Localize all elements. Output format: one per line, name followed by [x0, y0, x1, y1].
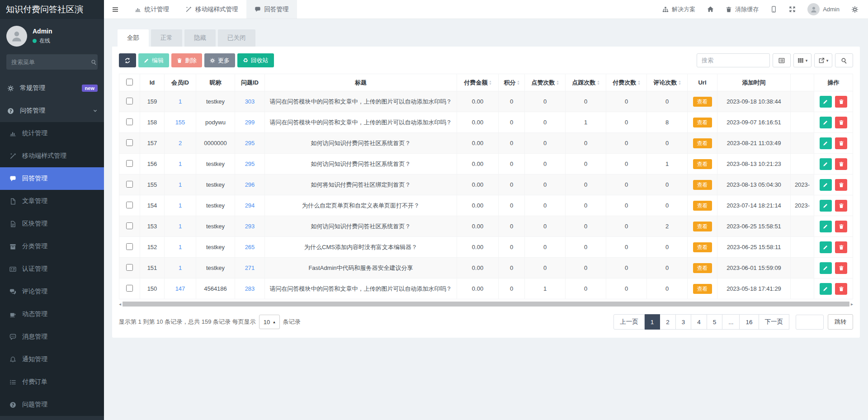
- row-checkbox[interactable]: [126, 98, 133, 104]
- member-id-link[interactable]: 155: [165, 112, 196, 133]
- sidebar-subitem[interactable]: 付费订单: [0, 371, 104, 393]
- page-button[interactable]: 5: [707, 314, 723, 330]
- sort-carets[interactable]: ▴▾: [679, 80, 680, 85]
- view-url-button[interactable]: 查看: [693, 138, 712, 148]
- column-header[interactable]: 付费金额▴▾: [457, 74, 499, 91]
- more-button[interactable]: 更多: [204, 53, 235, 67]
- topbar-tab[interactable]: 移动端样式管理: [177, 0, 246, 19]
- search-icon[interactable]: [91, 59, 97, 65]
- member-id-link[interactable]: 1: [165, 216, 196, 237]
- row-edit-button[interactable]: [820, 221, 832, 232]
- column-header[interactable]: 昵称▴▾: [196, 74, 235, 91]
- column-header[interactable]: Url▴▾: [688, 74, 717, 91]
- row-edit-button[interactable]: [820, 158, 832, 170]
- column-header[interactable]: 点赞次数▴▾: [525, 74, 566, 91]
- column-header[interactable]: 添加时间▴▾: [717, 74, 791, 91]
- question-id-link[interactable]: 303: [235, 91, 265, 112]
- export-button[interactable]: ▾: [814, 53, 832, 67]
- row-edit-button[interactable]: [820, 117, 832, 128]
- row-checkbox[interactable]: [126, 139, 133, 146]
- member-id-link[interactable]: 147: [165, 278, 196, 299]
- member-id-link[interactable]: 1: [165, 258, 196, 278]
- sidebar-subitem[interactable]: 分类管理: [0, 235, 104, 258]
- sort-carets[interactable]: ▴▾: [517, 80, 519, 85]
- sidebar-subitem[interactable]: 统计管理: [0, 122, 104, 145]
- question-id-link[interactable]: 283: [235, 278, 265, 299]
- sort-carets[interactable]: ▴▾: [489, 80, 491, 85]
- sidebar-subitem[interactable]: 认证管理: [0, 258, 104, 280]
- jump-button[interactable]: 跳转: [828, 314, 853, 330]
- row-checkbox[interactable]: [126, 160, 133, 167]
- row-delete-button[interactable]: [835, 117, 847, 128]
- question-id-link[interactable]: 295: [235, 133, 265, 154]
- page-button[interactable]: 上一页: [613, 314, 645, 330]
- row-delete-button[interactable]: [835, 200, 847, 212]
- column-header[interactable]: 积分▴▾: [499, 74, 525, 91]
- column-header[interactable]: 付费次数▴▾: [606, 74, 647, 91]
- question-id-link[interactable]: 294: [235, 195, 265, 216]
- member-id-link[interactable]: 2: [165, 133, 196, 154]
- clear-cache-button[interactable]: 清除缓存: [720, 0, 764, 19]
- row-checkbox[interactable]: [126, 118, 133, 125]
- sort-carets[interactable]: ▴▾: [597, 80, 599, 85]
- row-edit-button[interactable]: [820, 283, 832, 295]
- fullscreen-button[interactable]: [783, 0, 802, 19]
- view-url-button[interactable]: 查看: [693, 263, 712, 273]
- row-checkbox[interactable]: [126, 243, 133, 250]
- member-id-link[interactable]: 1: [165, 91, 196, 112]
- row-checkbox[interactable]: [126, 285, 133, 292]
- topbar-tab[interactable]: 统计管理: [127, 0, 177, 19]
- sidebar-subitem[interactable]: 动态管理: [0, 303, 104, 326]
- scrollbar-thumb[interactable]: [123, 302, 849, 307]
- view-url-button[interactable]: 查看: [693, 159, 712, 169]
- row-checkbox[interactable]: [126, 222, 133, 229]
- page-button[interactable]: 1: [645, 314, 660, 330]
- delete-button[interactable]: 删除: [171, 53, 202, 67]
- row-edit-button[interactable]: [820, 200, 832, 212]
- table-search-input[interactable]: [697, 53, 770, 67]
- mobile-preview-button[interactable]: [764, 0, 783, 19]
- horizontal-scrollbar[interactable]: ◂ ▸: [119, 301, 853, 307]
- topbar-tab[interactable]: 回答管理: [246, 0, 297, 19]
- row-edit-button[interactable]: [820, 137, 832, 149]
- row-edit-button[interactable]: [820, 179, 832, 191]
- row-edit-button[interactable]: [820, 241, 832, 253]
- sidebar-subitem[interactable]: 通知管理: [0, 348, 104, 371]
- question-id-link[interactable]: 296: [235, 175, 265, 195]
- solution-link[interactable]: 解决方案: [656, 0, 701, 19]
- view-url-button[interactable]: 查看: [693, 242, 712, 252]
- scroll-right-arrow-icon[interactable]: ▸: [851, 302, 853, 307]
- row-delete-button[interactable]: [835, 262, 847, 274]
- view-url-button[interactable]: 查看: [693, 222, 712, 231]
- column-header[interactable]: 点踩次数▴▾: [566, 74, 606, 91]
- question-id-link[interactable]: 265: [235, 237, 265, 258]
- column-header[interactable]: 问题ID▴▾: [235, 74, 265, 91]
- member-id-link[interactable]: 1: [165, 237, 196, 258]
- refresh-button[interactable]: [119, 53, 136, 67]
- page-button[interactable]: 16: [740, 314, 759, 330]
- sidebar-subitem[interactable]: 移动端样式管理: [0, 145, 104, 167]
- page-button[interactable]: 3: [676, 314, 692, 330]
- sidebar-subitem[interactable]: 评论管理: [0, 280, 104, 303]
- sort-carets[interactable]: ▴▾: [638, 80, 640, 85]
- page-button[interactable]: ...: [722, 314, 740, 330]
- question-id-link[interactable]: 293: [235, 216, 265, 237]
- select-all-checkbox[interactable]: [126, 79, 133, 85]
- home-button[interactable]: [701, 0, 720, 19]
- row-delete-button[interactable]: [835, 158, 847, 170]
- page-button[interactable]: 2: [660, 314, 676, 330]
- sidebar-toggle-button[interactable]: [104, 0, 127, 19]
- status-tab[interactable]: 隐藏: [184, 29, 216, 47]
- member-id-link[interactable]: 1: [165, 175, 196, 195]
- sidebar-item[interactable]: 常规管理 new: [0, 77, 104, 99]
- view-url-button[interactable]: 查看: [693, 201, 712, 211]
- row-edit-button[interactable]: [820, 96, 832, 108]
- row-delete-button[interactable]: [835, 221, 847, 232]
- scroll-left-arrow-icon[interactable]: ◂: [119, 302, 121, 307]
- row-checkbox[interactable]: [126, 264, 133, 271]
- row-checkbox[interactable]: [126, 202, 133, 208]
- search-toggle-button[interactable]: [835, 53, 853, 67]
- page-button[interactable]: 下一页: [759, 314, 790, 330]
- detail-view-button[interactable]: [773, 53, 791, 67]
- settings-button[interactable]: [845, 0, 864, 19]
